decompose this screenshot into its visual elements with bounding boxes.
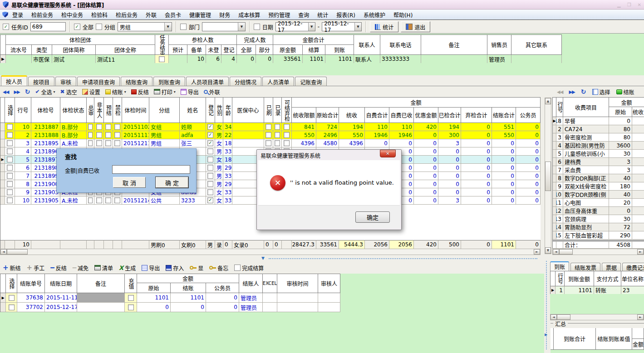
cell[interactable] [632, 174, 644, 182]
checkbox-cell[interactable] [282, 139, 292, 147]
export-button[interactable]: 导出 [181, 88, 199, 96]
nav-prev-icon[interactable]: ◀◀ [557, 89, 563, 94]
scroll-up-icon[interactable]: ▲ [545, 98, 551, 104]
checkbox[interactable] [284, 132, 290, 138]
checkbox-cell[interactable] [206, 180, 215, 188]
scroll-left-icon[interactable]: ◄ [0, 249, 7, 255]
checkbox[interactable] [7, 173, 13, 179]
cell[interactable]: 转账 [594, 286, 621, 294]
cell[interactable] [232, 139, 264, 147]
cell[interactable]: 1101 [171, 293, 206, 303]
summary-cell[interactable]: 0 [461, 240, 492, 249]
scroll-down-icon[interactable]: ▼ [545, 247, 551, 254]
cell[interactable]: 基因检测(男性防 [563, 142, 609, 150]
minimize-icon[interactable]: ▁ [617, 2, 621, 7]
cell[interactable] [232, 123, 264, 131]
tab-item[interactable]: 结账发票 [570, 263, 600, 271]
row-marker[interactable] [553, 231, 556, 240]
checkbox-cell[interactable] [282, 131, 292, 139]
cell[interactable]: 男 [215, 131, 223, 139]
cell[interactable]: 7 [556, 166, 563, 174]
checkbox-cell[interactable] [5, 156, 15, 164]
cell[interactable]: 女 [215, 139, 223, 147]
stats-button[interactable]: 统计 [370, 21, 398, 32]
cell[interactable]: 0 [516, 172, 541, 180]
memo-button[interactable]: 备忘 [209, 264, 228, 272]
scroll-thumb[interactable] [557, 314, 570, 320]
cell[interactable]: 23 [621, 286, 644, 294]
cell[interactable]: 0 [461, 139, 492, 147]
checkbox[interactable] [275, 124, 280, 130]
checkbox-cell[interactable] [87, 123, 94, 131]
checkbox-cell[interactable] [94, 196, 104, 205]
cell[interactable]: 0 [516, 196, 541, 205]
checkbox-cell[interactable] [5, 139, 15, 147]
checkbox-cell[interactable] [273, 131, 282, 139]
cell[interactable]: 0 [438, 164, 461, 172]
cell[interactable] [77, 303, 125, 312]
cell[interactable]: 0 [516, 164, 541, 172]
checkbox-cell[interactable] [113, 131, 122, 139]
row-marker[interactable] [553, 182, 556, 191]
checkbox[interactable] [7, 157, 13, 162]
checkbox-cell[interactable] [5, 172, 15, 180]
task-id-input[interactable] [30, 22, 66, 31]
checkbox[interactable] [234, 265, 241, 271]
scrollbar-fee-horizontal[interactable]: ◄► [552, 249, 644, 255]
cell[interactable] [632, 150, 644, 158]
checkbox-cell[interactable] [155, 55, 169, 63]
summary-cell[interactable]: 2056 [365, 240, 389, 249]
cell[interactable]: 12 [556, 207, 563, 215]
summary-cell[interactable] [87, 240, 94, 249]
row-marker[interactable] [553, 158, 556, 166]
checkbox[interactable] [105, 124, 111, 130]
cell[interactable]: 0 [438, 188, 461, 196]
menu-item[interactable]: 成本核算 [234, 10, 264, 20]
exit-button[interactable]: 退出 [401, 21, 430, 32]
cell[interactable] [169, 55, 187, 63]
summary-cell[interactable] [113, 240, 122, 249]
menu-item[interactable]: 检前业务 [27, 10, 57, 20]
cell[interactable]: 0 [461, 164, 492, 172]
cell[interactable]: 34 [223, 123, 232, 131]
show-button[interactable]: 显 [190, 264, 203, 272]
nav-next-icon[interactable]: ▶▶ [14, 89, 20, 94]
cell[interactable]: 数字DDR胸部(正 [563, 174, 609, 182]
cell[interactable]: adfa [180, 131, 206, 139]
cell[interactable]: 0 [516, 188, 541, 196]
cell[interactable]: 18 [223, 139, 232, 147]
cell[interactable]: 3 [609, 158, 632, 166]
total-cell[interactable] [632, 240, 644, 249]
row-marker[interactable] [553, 223, 556, 231]
checkbox[interactable]: ✓ [207, 132, 213, 138]
group-select[interactable]: 男组 ▼ [118, 22, 172, 31]
cell[interactable] [277, 293, 318, 303]
cell[interactable]: 2496 [316, 131, 339, 139]
cell[interactable]: 80 [609, 125, 632, 133]
fee-select-button[interactable]: 选择 [592, 88, 610, 96]
cell[interactable]: 29 [223, 180, 232, 188]
cell[interactable]: 公共 [149, 196, 180, 205]
row-marker[interactable] [553, 142, 556, 150]
cell[interactable]: 18 [556, 117, 563, 125]
menu-item[interactable]: 登录 [8, 10, 27, 20]
tab-item[interactable]: 到账 [550, 261, 569, 271]
tab-item[interactable]: 分组情况 [230, 77, 261, 86]
cell[interactable]: 33 [223, 196, 232, 205]
summary-cell[interactable] [104, 240, 113, 249]
cell[interactable]: 0 [414, 188, 438, 196]
checkbox-cell[interactable] [5, 196, 15, 205]
cell[interactable]: 3 [609, 166, 632, 174]
refresh-icon[interactable]: ↻ [25, 88, 30, 95]
summary-cell[interactable]: 5444.3 [339, 240, 365, 249]
cell[interactable]: 7 [15, 172, 31, 180]
checkbox-cell[interactable] [87, 139, 94, 147]
cell[interactable] [318, 303, 340, 312]
checkbox[interactable] [7, 165, 13, 171]
checkbox[interactable] [207, 189, 213, 195]
cell[interactable]: 0 [414, 172, 438, 180]
cell[interactable]: 8 [15, 180, 31, 188]
cell[interactable]: 37702 [17, 303, 45, 312]
all-checkbox[interactable]: ✓ [74, 24, 80, 30]
find-input[interactable] [112, 165, 190, 174]
